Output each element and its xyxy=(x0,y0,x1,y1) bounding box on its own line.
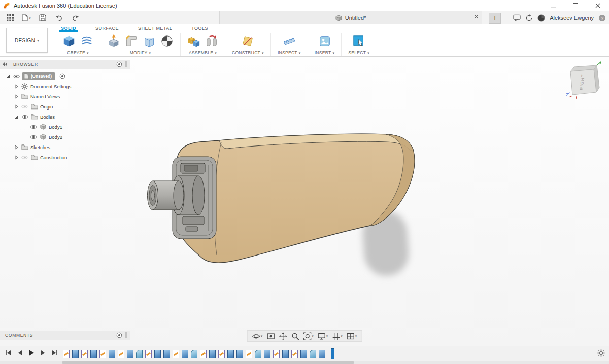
timeline-feature-extrude-icon[interactable] xyxy=(90,350,97,358)
timeline-feature-extrude-icon[interactable] xyxy=(319,350,325,358)
ribbon-group-label-construct[interactable]: CONSTRUCT ▾ xyxy=(232,50,264,55)
tab-sheet-metal[interactable]: SHEET METAL xyxy=(136,25,174,32)
timeline-feature-sketch-icon[interactable] xyxy=(273,350,280,358)
tab-tools[interactable]: TOOLS xyxy=(189,25,210,32)
create-form-icon[interactable] xyxy=(80,34,93,48)
timeline-feature-extrude-icon[interactable] xyxy=(264,350,270,358)
measure-icon[interactable] xyxy=(283,34,296,48)
collapsed-expander-icon[interactable] xyxy=(14,84,19,89)
timeline-feature-sketch-icon[interactable] xyxy=(246,350,252,358)
skip-end-button[interactable] xyxy=(51,349,59,357)
zoom-button[interactable] xyxy=(289,331,300,341)
timeline-feature-extrude-icon[interactable] xyxy=(300,350,307,358)
tree-item-bodies[interactable]: Bodies xyxy=(0,112,133,122)
viewports-button[interactable]: ▾ xyxy=(345,331,359,341)
comments-bubble-icon[interactable] xyxy=(513,14,521,21)
tree-item-body1[interactable]: Body1 xyxy=(0,122,133,132)
fillet-icon[interactable] xyxy=(125,34,138,48)
timeline-feature-sketch-icon[interactable] xyxy=(200,350,207,358)
timeline-feature-fillet-icon[interactable] xyxy=(310,350,316,358)
user-name[interactable]: Alekseev Ewgeny xyxy=(550,15,594,21)
eye-icon[interactable] xyxy=(21,155,28,160)
collapse-panel-icon[interactable] xyxy=(3,62,8,66)
ribbon-group-label-modify[interactable]: MODIFY ▾ xyxy=(130,50,151,55)
close-button[interactable] xyxy=(587,0,609,11)
timeline-feature-extrude-icon[interactable] xyxy=(109,350,115,358)
minimize-button[interactable] xyxy=(542,0,564,11)
viewcube[interactable]: RIGHT Z xyxy=(566,61,601,99)
press-pull-icon[interactable] xyxy=(107,34,120,48)
model-knob[interactable] xyxy=(148,176,205,215)
ribbon-group-label-inspect[interactable]: INSPECT ▾ xyxy=(278,50,301,55)
document-tab[interactable]: Untitled* xyxy=(219,11,482,24)
tab-solid[interactable]: SOLID xyxy=(59,25,78,32)
timeline-feature-fillet-icon[interactable] xyxy=(136,350,143,358)
joint-icon[interactable] xyxy=(205,34,218,48)
timeline-feature-sketch-icon[interactable] xyxy=(63,350,70,358)
new-component-icon[interactable] xyxy=(187,34,200,48)
timeline-feature-fillet-icon[interactable] xyxy=(255,350,261,358)
eye-icon[interactable] xyxy=(12,74,20,79)
appearance-icon[interactable] xyxy=(160,34,174,48)
collapsed-expander-icon[interactable] xyxy=(14,104,19,109)
collapsed-expander-icon[interactable] xyxy=(14,94,19,99)
tree-item-unsaved[interactable]: (Unsaved) xyxy=(0,71,133,81)
tree-item-named-views[interactable]: Named Views xyxy=(0,91,133,101)
timeline-position-marker[interactable] xyxy=(331,348,334,359)
construct-plane-icon[interactable] xyxy=(241,34,254,48)
notifications-icon[interactable] xyxy=(525,14,533,22)
timeline-settings-gear-icon[interactable] xyxy=(597,349,605,357)
timeline-feature-extrude-icon[interactable] xyxy=(236,350,243,358)
panel-options-icon[interactable] xyxy=(116,61,122,67)
panel-grip-icon[interactable] xyxy=(125,332,127,338)
tree-item-document-settings[interactable]: Document Settings xyxy=(0,81,133,91)
timeline-feature-extrude-icon[interactable] xyxy=(72,350,79,358)
tree-item-origin[interactable]: Origin xyxy=(0,101,133,112)
timeline-feature-extrude-icon[interactable] xyxy=(282,350,289,358)
grid-snaps-button[interactable]: ▾ xyxy=(330,331,344,341)
collapsed-expander-icon[interactable] xyxy=(14,145,19,150)
timeline-feature-sketch-icon[interactable] xyxy=(118,350,124,358)
app-grid-button[interactable] xyxy=(2,11,18,24)
browser-panel-header[interactable]: BROWSER xyxy=(0,60,130,69)
fit-button[interactable]: ▾ xyxy=(301,331,315,341)
comments-panel-header[interactable]: COMMENTS xyxy=(0,331,130,340)
timeline-feature-extrude-icon[interactable] xyxy=(182,350,188,358)
ribbon-group-label-create[interactable]: CREATE ▾ xyxy=(67,50,88,55)
step-back-button[interactable] xyxy=(16,349,24,357)
timeline-feature-extrude-icon[interactable] xyxy=(209,350,216,358)
panel-options-icon[interactable] xyxy=(116,332,122,338)
timeline-feature-sketch-icon[interactable] xyxy=(145,350,152,358)
file-menu-button[interactable]: ▾ xyxy=(18,11,35,24)
eye-icon[interactable] xyxy=(29,134,37,140)
timeline-feature-fillet-icon[interactable] xyxy=(191,350,197,358)
tree-item-sketches[interactable]: Sketches xyxy=(0,142,133,152)
record-icon[interactable] xyxy=(58,73,66,79)
timeline-feature-sketch-icon[interactable] xyxy=(218,350,225,358)
step-forward-button[interactable] xyxy=(39,349,47,357)
workspace-selector[interactable]: DESIGN ▾ xyxy=(6,28,48,53)
ribbon-group-label-assemble[interactable]: ASSEMBLE ▾ xyxy=(189,50,217,55)
undo-button[interactable] xyxy=(51,11,67,24)
panel-grip-icon[interactable] xyxy=(125,61,127,67)
eye-icon[interactable] xyxy=(29,124,37,130)
expanded-expander-icon[interactable] xyxy=(5,74,10,79)
save-button[interactable] xyxy=(35,11,51,24)
collapsed-expander-icon[interactable] xyxy=(14,155,19,160)
timeline-scrollbar-thumb[interactable] xyxy=(62,361,354,364)
help-icon[interactable]: ? xyxy=(598,14,606,22)
expanded-expander-icon[interactable] xyxy=(14,115,19,119)
job-status-icon[interactable] xyxy=(537,14,545,22)
select-icon[interactable] xyxy=(352,34,365,48)
timeline-feature-extrude-icon[interactable] xyxy=(154,350,161,358)
tab-close-icon[interactable] xyxy=(474,14,479,19)
redo-button[interactable] xyxy=(67,11,83,24)
timeline-feature-extrude-icon[interactable] xyxy=(163,350,170,358)
display-settings-button[interactable]: ▾ xyxy=(316,331,330,341)
timeline-feature-sketch-icon[interactable] xyxy=(291,350,298,358)
timeline-feature-sketch-icon[interactable] xyxy=(99,350,106,358)
ribbon-group-label-select[interactable]: SELECT ▾ xyxy=(348,50,369,55)
insert-icon[interactable] xyxy=(318,34,331,48)
new-tab-button[interactable]: + xyxy=(489,13,501,24)
pan-button[interactable] xyxy=(277,331,288,341)
